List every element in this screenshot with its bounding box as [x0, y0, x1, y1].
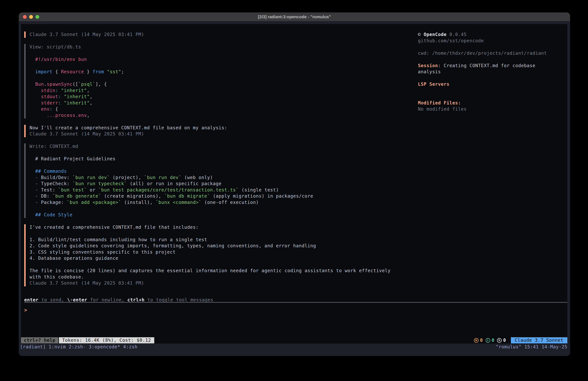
text-line — [30, 150, 313, 156]
text-line: Write: CONTEXT.md — [30, 143, 313, 150]
input-divider — [24, 302, 567, 303]
prompt-symbol: > — [24, 307, 27, 313]
text-line: Claude 3.7 Sonnet (14 May 2025 03:41 PM) — [30, 280, 391, 286]
circled-i-icon: i — [485, 338, 490, 343]
text-line: - Build/Dev: `bun run dev` (project), `b… — [30, 175, 313, 181]
text-line: 4. Database operations guidance — [30, 255, 391, 262]
window-titlebar[interactable]: [2/3] radiant:3:opencode - "romulus" — [19, 12, 570, 21]
text-line: Bun.spawnSync([`psql`], { — [30, 81, 124, 88]
status-left: ctrl+? help Tokens: 16.4K (8%), Cost: $0… — [21, 337, 154, 343]
text-line — [30, 162, 313, 168]
tool-write-block[interactable]: Write: CONTEXT.md # Radiant Project Guid… — [24, 143, 391, 218]
tool-block-bar — [24, 44, 26, 118]
tool-view-block[interactable]: View: script/db.ts #!/usr/bin/env bun im… — [24, 44, 391, 118]
text-line — [30, 205, 313, 212]
text-line: 3. CSS styling conventions specific to t… — [30, 249, 391, 255]
text-line: stdin: "inherit", — [30, 88, 124, 94]
assistant-block-bar — [24, 31, 26, 38]
assistant-message-lines: Now I'll create a comprehensive CONTEXT.… — [30, 125, 227, 137]
opencode-status-bar: ctrl+? help Tokens: 16.4K (8%), Cost: $0… — [21, 337, 567, 343]
text-line: The file is concise (20 lines) and captu… — [30, 268, 391, 274]
assistant-block-bar — [24, 125, 26, 137]
text-line: 2. Code style guidelines covering import… — [30, 243, 391, 249]
text-line: ## Code Style — [30, 212, 313, 218]
text-line: I've created a comprehensive CONTEXT.md … — [30, 224, 391, 230]
circled-w-icon: W — [474, 338, 479, 343]
info-counter: i 0 — [485, 337, 495, 344]
text-line: env: { — [30, 106, 124, 112]
text-line — [418, 56, 568, 63]
warning-counter: W 0 — [474, 337, 483, 344]
text-line: - DB: `bun db generate` (create migratio… — [30, 193, 313, 199]
assistant-summary-lines: I've created a comprehensive CONTEXT.md … — [30, 224, 391, 286]
text-line: github.com/sst/opencode — [418, 38, 568, 44]
text-line: LSP Servers — [418, 81, 568, 88]
text-line: stdout: "inherit", — [30, 94, 124, 100]
tool-write-lines: Write: CONTEXT.md # Radiant Project Guid… — [30, 143, 313, 218]
text-line — [30, 75, 124, 81]
tmux-session-info: "romulus" 15:41 14-May-25 — [496, 344, 567, 350]
tmux-status-line: [radiant] 1:nvim 2:zsh- 3:opencode* 4:zs… — [19, 344, 570, 350]
assistant-header-lines: Claude 3.7 Sonnet (14 May 2025 03:41 PM) — [30, 31, 144, 38]
text-line: Session: Creating CONTEXT.md for codebas… — [418, 63, 568, 69]
text-line: - TypeCheck: `bun run typecheck` (all) o… — [30, 181, 313, 187]
text-line — [418, 88, 568, 94]
terminal-window: [2/3] radiant:3:opencode - "romulus" Cla… — [19, 12, 570, 356]
text-line — [418, 75, 568, 81]
tmux-window-list[interactable]: [radiant] 1:nvim 2:zsh- 3:opencode* 4:zs… — [20, 344, 137, 350]
tokens-cost-badge: Tokens: 16.4K (8%), Cost: $0.12 — [59, 337, 154, 343]
info-count: 0 — [492, 337, 495, 344]
chat-transcript: Claude 3.7 Sonnet (14 May 2025 03:41 PM)… — [24, 31, 391, 292]
help-badge[interactable]: ctrl+? help — [21, 337, 58, 343]
assistant-message-block: Now I'll create a comprehensive CONTEXT.… — [24, 125, 391, 137]
text-line: ...process.env, — [30, 112, 124, 119]
assistant-header-block: Claude 3.7 Sonnet (14 May 2025 03:41 PM) — [24, 31, 391, 38]
text-line: stderr: "inherit", — [30, 100, 124, 106]
text-line: #!/usr/bin/env bun — [30, 56, 124, 63]
text-line: © OpenCode 0.0.45 — [418, 31, 568, 38]
text-line: No modified files — [418, 106, 568, 112]
text-line: - Package: `bun add <package>` (install)… — [30, 199, 313, 206]
text-line: 1. Build/lint/test commands including ho… — [30, 237, 391, 243]
assistant-summary-block: I've created a comprehensive CONTEXT.md … — [24, 224, 391, 286]
text-line — [30, 230, 391, 237]
text-line: Now I'll create a comprehensive CONTEXT.… — [30, 125, 227, 131]
session-sidebar: © OpenCode 0.0.45github.com/sst/opencode… — [418, 31, 568, 112]
text-line — [30, 50, 124, 57]
text-line — [30, 63, 124, 69]
text-line: Claude 3.7 Sonnet (14 May 2025 03:41 PM) — [30, 131, 227, 137]
window-title: [2/3] radiant:3:opencode - "romulus" — [19, 14, 570, 19]
text-line: analysis — [418, 69, 568, 75]
text-line — [418, 44, 568, 50]
hint-counter: h 0 — [497, 337, 506, 344]
text-line — [30, 262, 391, 268]
circled-h-icon: h — [497, 338, 502, 343]
text-line: Modified Files: — [418, 100, 568, 106]
message-input[interactable]: > — [24, 307, 27, 313]
text-line: ## Commands — [30, 168, 313, 175]
tool-block-bar — [24, 143, 26, 218]
text-line: # Radiant Project Guidelines — [30, 156, 313, 162]
assistant-block-bar — [24, 224, 26, 286]
text-line: - Test: `bun test` or `bun test packages… — [30, 187, 313, 193]
text-line: cwd: /home/thdxr/dev/projects/radiant/ra… — [418, 50, 568, 57]
text-line: Claude 3.7 Sonnet (14 May 2025 03:41 PM) — [30, 31, 144, 38]
model-badge[interactable]: Claude 3.7 Sonnet — [511, 337, 567, 343]
tmux-status-bar: [radiant] 1:nvim 2:zsh- 3:opencode* 4:zs… — [19, 344, 570, 356]
hint-count: 0 — [503, 337, 506, 344]
text-line: with this codebase. — [30, 274, 391, 280]
warning-count: 0 — [480, 337, 483, 344]
tool-view-lines: View: script/db.ts #!/usr/bin/env bun im… — [30, 44, 124, 118]
status-right: W 0 i 0 h 0 Claude 3.7 Sonnet — [474, 337, 567, 344]
text-line: import { Resource } from "sst"; — [30, 69, 124, 75]
terminal-content: Claude 3.7 Sonnet (14 May 2025 03:41 PM)… — [21, 24, 567, 344]
text-line: View: script/db.ts — [30, 44, 124, 50]
text-line — [418, 94, 568, 100]
